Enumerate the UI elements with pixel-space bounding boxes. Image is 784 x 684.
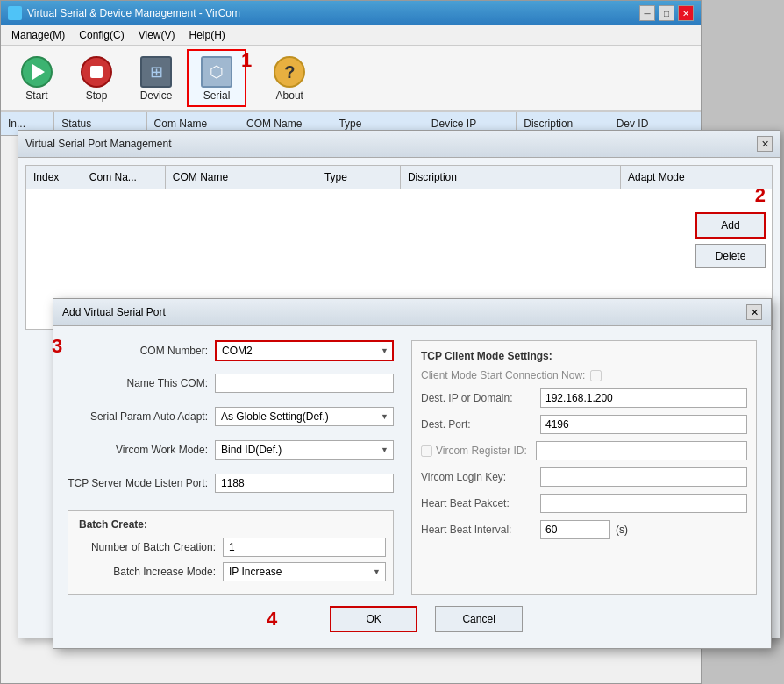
about-button[interactable]: ? About (260, 50, 318, 106)
step1-badge: 1 (241, 49, 252, 72)
toolbar: Start Stop Device Serial 1 ? About (1, 46, 701, 112)
device-button[interactable]: Device (127, 50, 185, 106)
client-mode-checkbox[interactable] (590, 370, 602, 381)
batch-increase-mode-select[interactable]: IP Increase (223, 562, 386, 581)
menu-bar: Manage(M) Config(C) View(V) Help(H) (1, 25, 701, 46)
delete-button[interactable]: Delete (695, 244, 766, 268)
left-panel: COM Number: COM2 3 Name This COM: Serial… (68, 340, 394, 595)
com-number-select[interactable]: COM2 (215, 340, 394, 361)
number-of-batch-row: Number of Batch Creation: (75, 538, 386, 557)
serial-dialog-close[interactable]: ✕ (757, 136, 773, 152)
stop-button[interactable]: Stop (68, 50, 125, 106)
dest-port-input[interactable] (540, 415, 747, 434)
serial-th-discription: Discription (401, 166, 621, 189)
client-mode-label: Client Mode Start Connection Now: (421, 369, 585, 381)
add-dialog-title-bar: Add Virtual Serial Port ✕ (53, 299, 771, 326)
add-dialog-body: COM Number: COM2 3 Name This COM: Serial… (53, 326, 771, 609)
stop-label: Stop (86, 89, 108, 102)
device-icon (139, 54, 174, 89)
dest-port-label: Dest. Port: (421, 418, 535, 431)
minimize-button[interactable]: ─ (639, 5, 655, 21)
vircom-login-key-label: Vircom Login Key: (421, 471, 535, 483)
vircom-workmode-row: Vircom Work Mode: Bind ID(Def.) (68, 440, 394, 460)
start-icon (19, 54, 54, 89)
menu-config[interactable]: Config(C) (72, 27, 131, 43)
vircom-workmode-label: Vircom Work Mode: (68, 444, 208, 456)
about-label: About (276, 89, 303, 102)
tcp-server-port-label: TCP Server Mode Listen Port: (68, 477, 208, 489)
serial-dialog-title: Virtual Serial Port Management (25, 138, 172, 150)
step4-badge: 4 (267, 608, 277, 634)
about-icon: ? (272, 54, 307, 89)
tcp-server-port-input[interactable] (215, 474, 394, 493)
vircom-register-row: Vircom Register ID: (421, 441, 747, 460)
vircom-login-key-row: Vircom Login Key: (421, 467, 747, 487)
batch-create-group: Batch Create: Number of Batch Creation: … (68, 510, 394, 595)
tcp-server-port-row: TCP Server Mode Listen Port: (68, 474, 394, 493)
client-mode-row: Client Mode Start Connection Now: (421, 369, 747, 381)
serial-param-select[interactable]: As Globle Setting(Def.) (215, 407, 394, 426)
vircom-login-key-input[interactable] (540, 467, 747, 487)
serial-th-comname: COM Name (166, 166, 317, 189)
name-this-com-input[interactable] (215, 374, 394, 393)
dest-port-row: Dest. Port: (421, 415, 747, 434)
serial-th-index: Index (26, 166, 82, 189)
vircom-workmode-select[interactable]: Bind ID(Def.) (215, 440, 394, 460)
com-number-label: COM Number: (68, 345, 208, 357)
menu-manage[interactable]: Manage(M) (4, 27, 72, 43)
heartbeat-interval-label: Heart Beat Interval: (421, 524, 535, 536)
serial-param-label: Serial Param Auto Adapt: (68, 410, 208, 423)
add-dialog-footer: 4 OK Cancel (53, 597, 771, 641)
menu-view[interactable]: View(V) (132, 27, 182, 43)
main-title: Virtual Serial & Device Management - Vir… (27, 7, 240, 19)
add-button[interactable]: Add (695, 212, 766, 239)
main-title-bar: Virtual Serial & Device Management - Vir… (1, 1, 701, 25)
menu-help[interactable]: Help(H) (182, 27, 232, 43)
batch-increase-mode-label: Batch Increase Mode: (75, 566, 216, 578)
right-panel: TCP Client Mode Settings: Client Mode St… (411, 340, 757, 595)
heartbeat-interval-input[interactable] (540, 520, 610, 539)
step2-badge: 2 (755, 184, 766, 207)
heartbeat-interval-suffix: (s) (616, 524, 628, 536)
serial-dialog-title-bar: Virtual Serial Port Management ✕ (18, 131, 780, 158)
step3-badge: 3 (52, 335, 62, 358)
heartbeat-packet-row: Heart Beat Pakcet: (421, 494, 747, 513)
heartbeat-packet-input[interactable] (540, 494, 747, 513)
name-this-com-label: Name This COM: (68, 377, 208, 389)
number-of-batch-input[interactable] (223, 538, 386, 557)
add-virtual-serial-dialog: Add Virtual Serial Port ✕ COM Number: CO… (53, 298, 772, 649)
add-dialog-close[interactable]: ✕ (746, 304, 762, 320)
start-button[interactable]: Start (8, 50, 66, 106)
dest-ip-input[interactable] (540, 388, 747, 408)
serial-table-header: Index Com Na... COM Name Type Discriptio… (25, 165, 773, 189)
serial-icon (199, 54, 234, 89)
vircom-register-checkbox[interactable] (421, 445, 432, 457)
serial-button[interactable]: Serial (187, 49, 246, 107)
heartbeat-interval-row: Heart Beat Interval: (s) (421, 520, 747, 539)
app-icon (8, 6, 22, 20)
heartbeat-packet-label: Heart Beat Pakcet: (421, 497, 535, 509)
close-button[interactable]: ✕ (678, 5, 694, 21)
device-label: Device (140, 89, 173, 102)
serial-label: Serial (203, 89, 231, 102)
cancel-button[interactable]: Cancel (435, 606, 523, 632)
start-label: Start (25, 89, 47, 102)
dest-ip-label: Dest. IP or Domain: (421, 392, 535, 404)
tcp-settings-title: TCP Client Mode Settings: (421, 350, 747, 362)
number-of-batch-label: Number of Batch Creation: (75, 541, 216, 553)
batch-increase-mode-row: Batch Increase Mode: IP Increase (75, 562, 386, 581)
ok-button[interactable]: OK (330, 606, 417, 632)
maximize-button[interactable]: □ (659, 5, 674, 21)
add-dialog-title: Add Virtual Serial Port (62, 306, 166, 318)
name-this-com-row: Name This COM: (68, 374, 394, 393)
dest-ip-row: Dest. IP or Domain: (421, 388, 747, 408)
serial-param-row: Serial Param Auto Adapt: As Globle Setti… (68, 407, 394, 426)
vircom-register-label: Vircom Register ID: (436, 445, 527, 457)
serial-th-type: Type (317, 166, 401, 189)
stop-icon (79, 54, 114, 89)
batch-create-legend: Batch Create: (75, 518, 151, 531)
vircom-register-input[interactable] (536, 441, 747, 460)
serial-th-comna: Com Na... (82, 166, 166, 189)
